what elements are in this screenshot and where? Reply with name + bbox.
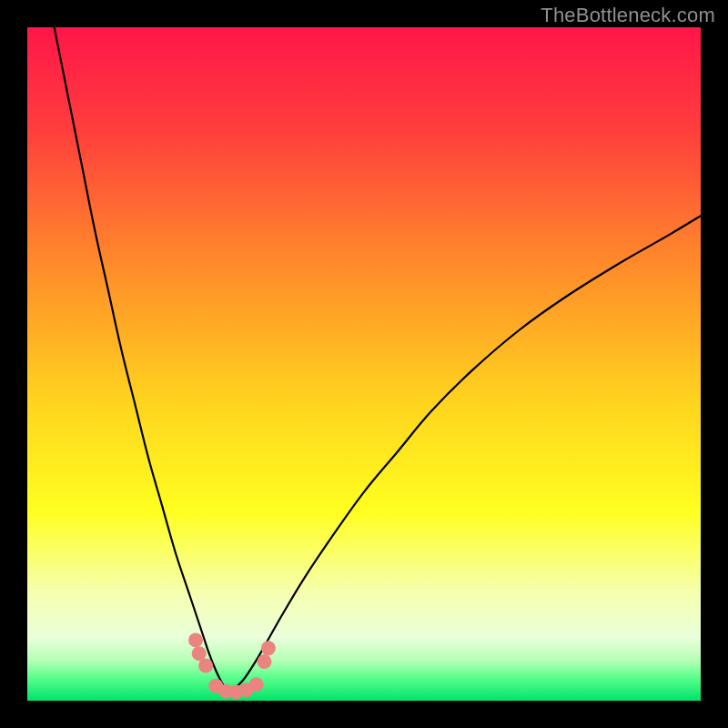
dip-marker [249,677,264,692]
curve-right-branch [229,216,701,693]
dip-markers [188,632,276,699]
dip-marker [261,641,276,655]
plot-area [27,27,701,701]
dip-marker [188,632,203,647]
chart-frame: TheBottleneck.com [0,0,728,728]
curves-layer [27,27,701,701]
curve-left-branch [55,27,229,693]
watermark-text: TheBottleneck.com [541,4,715,27]
dip-marker [198,659,213,673]
dip-marker [257,654,271,669]
